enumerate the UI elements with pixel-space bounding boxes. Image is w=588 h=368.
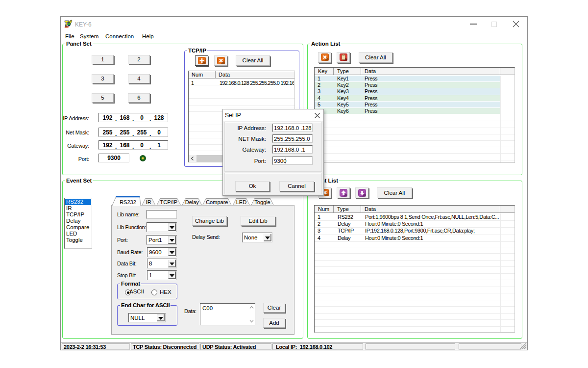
svg-text:Compare: Compare xyxy=(206,199,228,205)
svg-text:LED: LED xyxy=(236,199,246,205)
svg-text:Toggle: Toggle xyxy=(254,199,270,205)
svg-text:TCP/IP: TCP/IP xyxy=(160,199,177,205)
svg-text:RS232: RS232 xyxy=(120,199,136,205)
svg-text:Delay: Delay xyxy=(185,199,199,205)
svg-text:IR: IR xyxy=(146,199,151,205)
